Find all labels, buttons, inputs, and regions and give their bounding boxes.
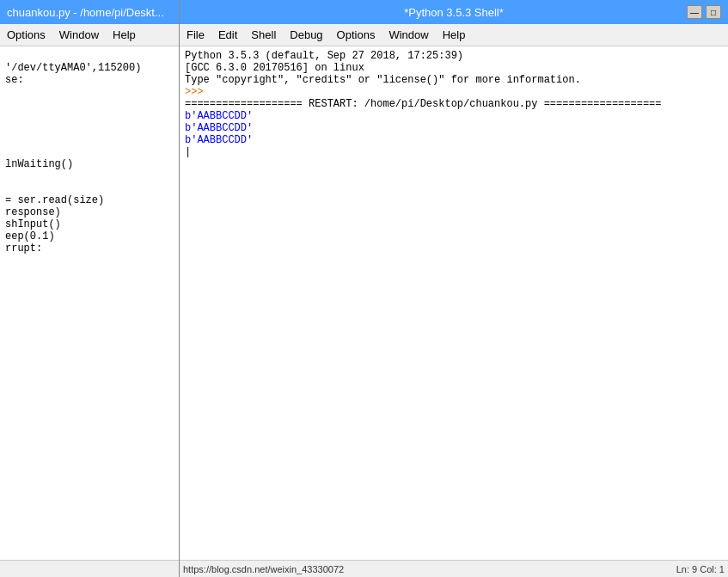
shell-menubar: File Edit Shell Debug Options Window Hel… <box>180 24 728 46</box>
shell-statusbar: https://blog.csdn.net/weixin_43330072 Ln… <box>180 560 728 577</box>
shell-line3: Type "copyright", "credits" or "license(… <box>185 74 581 86</box>
shell-cursor <box>185 146 191 158</box>
shell-status-url: https://blog.csdn.net/weixin_43330072 <box>183 564 344 574</box>
shell-output3: b'AABBCCDD' <box>185 134 253 146</box>
shell-menu-debug[interactable]: Debug <box>283 27 329 43</box>
editor-code-area[interactable]: '/dev/ttyAMA0',115200) se: lnWaiting() =… <box>0 46 179 560</box>
editor-menu-window[interactable]: Window <box>52 27 106 43</box>
editor-menubar: Options Window Help <box>0 24 179 46</box>
maximize-button[interactable]: □ <box>706 5 721 19</box>
shell-line1: Python 3.5.3 (default, Sep 27 2018, 17:2… <box>185 50 463 62</box>
shell-menu-file[interactable]: File <box>180 27 211 43</box>
editor-menu-help[interactable]: Help <box>106 27 143 43</box>
shell-menu-window[interactable]: Window <box>382 27 435 43</box>
editor-statusbar <box>0 560 179 577</box>
shell-line2: [GCC 6.3.0 20170516] on linux <box>185 62 364 74</box>
editor-panel: chuankou.py - /home/pi/Deskt... Options … <box>0 0 180 577</box>
shell-menu-options[interactable]: Options <box>330 27 382 43</box>
shell-output1: b'AABBCCDD' <box>185 110 253 122</box>
editor-titlebar: chuankou.py - /home/pi/Deskt... <box>0 0 179 24</box>
shell-menu-help[interactable]: Help <box>436 27 473 43</box>
shell-status-position: Ln: 9 Col: 1 <box>676 564 725 574</box>
shell-panel: *Python 3.5.3 Shell* — □ File Edit Shell… <box>180 0 728 577</box>
editor-menu-options[interactable]: Options <box>0 27 52 43</box>
shell-menu-shell[interactable]: Shell <box>244 27 283 43</box>
shell-menu-edit[interactable]: Edit <box>211 27 244 43</box>
shell-restart-line: =================== RESTART: /home/pi/De… <box>185 98 662 110</box>
shell-titlebar: *Python 3.5.3 Shell* — □ <box>180 0 728 24</box>
shell-prompt: >>> <box>185 86 204 98</box>
minimize-button[interactable]: — <box>687 5 702 19</box>
shell-output-area[interactable]: Python 3.5.3 (default, Sep 27 2018, 17:2… <box>180 46 728 560</box>
shell-title: *Python 3.5.3 Shell* <box>221 6 687 19</box>
shell-output2: b'AABBCCDD' <box>185 122 253 134</box>
shell-window-controls: — □ <box>687 5 721 19</box>
editor-title: chuankou.py - /home/pi/Deskt... <box>7 6 164 19</box>
